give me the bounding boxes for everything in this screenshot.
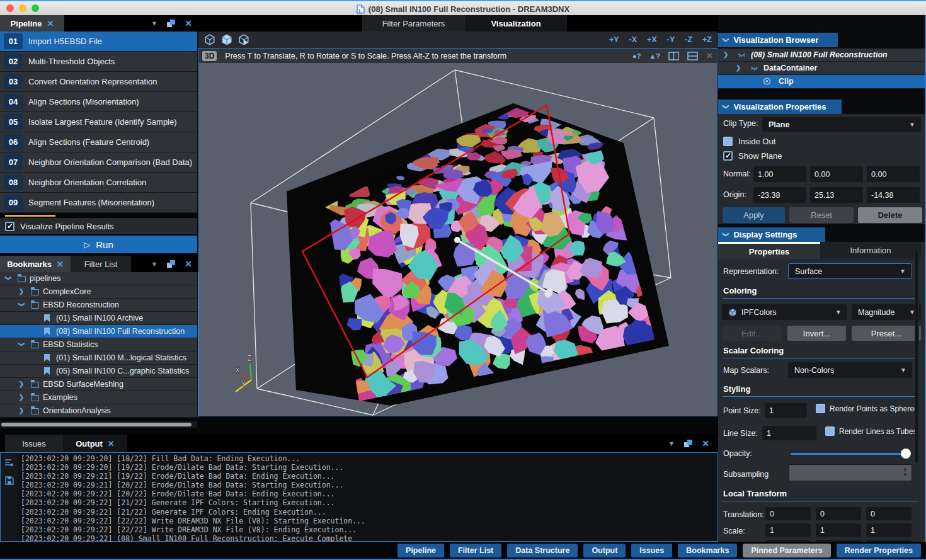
- translation-y-input[interactable]: 0: [816, 507, 861, 520]
- dock-toggle-filter-list[interactable]: Filter List: [450, 544, 501, 557]
- representation-dropdown[interactable]: Surface ▼: [788, 263, 912, 279]
- normal-y-input[interactable]: 0.00: [810, 166, 863, 182]
- split-horizontal-icon[interactable]: [687, 52, 698, 60]
- dock-toggle-pipeline[interactable]: Pipeline: [397, 544, 444, 557]
- clear-console-icon[interactable]: [4, 459, 14, 467]
- bookmark-tree-row[interactable]: (01) Small IN100 Archive: [0, 312, 197, 325]
- bookmark-tree-row[interactable]: ❯ComplexCore: [0, 285, 197, 299]
- cube-solid-icon[interactable]: [221, 34, 232, 45]
- close-icon[interactable]: ✕: [57, 260, 64, 269]
- tab-properties[interactable]: Properties: [718, 242, 820, 259]
- chevron-down-icon[interactable]: ▼: [151, 260, 157, 268]
- close-icon[interactable]: ✕: [185, 18, 192, 28]
- tab-filter-parameters[interactable]: Filter Parameters: [362, 15, 465, 31]
- bookmark-tree-row[interactable]: ❯EBSD Statistics: [0, 338, 197, 351]
- chevron-down-icon[interactable]: ▼: [668, 440, 675, 447]
- tab-issues[interactable]: Issues: [5, 435, 63, 452]
- eye-open-icon[interactable]: [762, 77, 772, 86]
- dock-toggle-output[interactable]: Output: [583, 544, 626, 557]
- visualization-browser-row[interactable]: ❯(08) Small IN100 Full Reconstruction: [718, 49, 925, 62]
- close-icon[interactable]: ✕: [702, 438, 709, 449]
- normal-z-input[interactable]: 0.00: [867, 166, 920, 182]
- hscrollbar-thumb[interactable]: [1, 423, 191, 426]
- chevron-down-icon[interactable]: ❯: [736, 64, 741, 71]
- bookmark-tree-row[interactable]: ❯Examples: [0, 391, 197, 404]
- save-log-icon[interactable]: [5, 476, 14, 485]
- bookmark-tree-row[interactable]: (01) Small IN100 M...logical Statistics: [0, 351, 197, 365]
- chevron-down-icon[interactable]: ❯: [18, 301, 25, 309]
- camera-plusx-button[interactable]: +X: [647, 35, 657, 44]
- run-button[interactable]: ▷ Run: [0, 236, 197, 253]
- tab-visualization[interactable]: Visualization: [465, 15, 567, 31]
- edit-colormap-button[interactable]: Edit...: [722, 326, 782, 341]
- origin-z-input[interactable]: -14.38: [867, 187, 920, 203]
- map-scalars-dropdown[interactable]: Non-Colors ▼: [788, 362, 912, 378]
- camera-minusz-button[interactable]: -Z: [685, 35, 692, 44]
- preset-colormap-button[interactable]: Preset...: [852, 326, 921, 341]
- subsampling-spinner[interactable]: ▲▼: [789, 464, 912, 481]
- pipeline-item[interactable]: 05Isolate Largest Feature (Identify Samp…: [0, 112, 197, 132]
- chevron-right-icon[interactable]: ❯: [18, 288, 25, 295]
- camera-minusx-button[interactable]: -X: [629, 35, 637, 44]
- display-settings-header[interactable]: ❯ Display Settings: [718, 227, 825, 242]
- dock-toggle-data-structure[interactable]: Data Structure: [507, 544, 578, 557]
- bookmark-tree-row[interactable]: (08) Small IN100 Full Reconstruction: [0, 325, 197, 338]
- dock-toggle-pinned-parameters[interactable]: Pinned Parameters: [743, 544, 830, 557]
- camera-plusz-button[interactable]: +Z: [702, 35, 712, 44]
- translation-x-input[interactable]: 0: [765, 507, 811, 520]
- point-size-input[interactable]: 1: [765, 403, 807, 418]
- dock-toggle-bookmarks[interactable]: Bookmarks: [678, 544, 737, 557]
- undock-icon[interactable]: [683, 439, 693, 448]
- chevron-right-icon[interactable]: ❯: [18, 407, 25, 414]
- pipeline-item[interactable]: 09Segment Features (Misorientation): [0, 193, 197, 213]
- bookmark-tree-row[interactable]: ❯EBSD Reconstruction: [0, 299, 197, 312]
- chevron-down-icon[interactable]: ▼: [151, 20, 157, 27]
- eye-closed-icon[interactable]: [750, 64, 759, 72]
- eye-closed-icon[interactable]: [737, 50, 746, 59]
- bookmark-tree-row[interactable]: ❯OrientationAnalysis: [0, 404, 197, 418]
- split-vertical-icon[interactable]: [668, 52, 679, 60]
- pipeline-item[interactable]: 08Neighbor Orientation Correlation: [0, 173, 197, 193]
- inside-out-checkbox[interactable]: [723, 137, 733, 146]
- component-dropdown[interactable]: Magnitude ▼: [852, 304, 921, 320]
- visualization-properties-header[interactable]: ❯ Visualization Properties: [718, 100, 842, 114]
- opacity-slider-thumb[interactable]: [901, 449, 911, 459]
- tab-output[interactable]: Output ✕: [63, 435, 127, 452]
- undock-icon[interactable]: [166, 260, 176, 268]
- tab-pipeline[interactable]: Pipeline ✕: [0, 15, 64, 31]
- scale-y-input[interactable]: 1: [816, 523, 861, 537]
- chevron-down-icon[interactable]: ❯: [5, 275, 12, 282]
- invert-colormap-button[interactable]: Invert...: [787, 326, 846, 341]
- reset-button[interactable]: Reset: [789, 207, 854, 223]
- visualization-browser-row[interactable]: Clip: [718, 75, 925, 89]
- chevron-down-icon[interactable]: ❯: [723, 51, 728, 58]
- chevron-right-icon[interactable]: ❯: [18, 394, 25, 401]
- chevron-down-icon[interactable]: ❯: [18, 341, 25, 348]
- show-plane-checkbox[interactable]: [723, 151, 733, 161]
- close-icon[interactable]: ✕: [108, 439, 115, 449]
- dock-toggle-issues[interactable]: Issues: [631, 544, 672, 557]
- pipeline-item[interactable]: 01Import H5EBSD File: [0, 31, 197, 52]
- viewport-canvas[interactable]: ZXY: [199, 63, 717, 416]
- origin-x-input[interactable]: -23.38: [753, 187, 806, 203]
- pipeline-item[interactable]: 02Multi-Threshold Objects: [0, 52, 197, 72]
- cell-query-icon[interactable]: ▲?: [649, 52, 660, 60]
- dock-toggle-render-properties[interactable]: Render Properties: [837, 544, 921, 557]
- apply-button[interactable]: Apply: [723, 207, 785, 223]
- cube-outline-icon[interactable]: [204, 34, 215, 45]
- point-query-icon[interactable]: ●?: [632, 52, 641, 60]
- camera-minusy-button[interactable]: -Y: [667, 35, 675, 44]
- tab-information[interactable]: Information: [820, 242, 921, 259]
- pipeline-item[interactable]: 06Align Sections (Feature Centroid): [0, 132, 197, 152]
- visualization-browser-row[interactable]: ❯DataContainer: [718, 62, 925, 75]
- camera-plusy-button[interactable]: +Y: [609, 35, 619, 44]
- translation-z-input[interactable]: 0: [866, 507, 912, 520]
- pipeline-item[interactable]: 03Convert Orientation Representation: [0, 72, 197, 92]
- delete-button[interactable]: Delete: [858, 207, 922, 223]
- close-icon[interactable]: ✕: [185, 259, 192, 269]
- normal-x-input[interactable]: 1.00: [753, 166, 806, 182]
- tab-bookmarks[interactable]: Bookmarks ✕: [0, 256, 71, 272]
- bookmark-tree-row[interactable]: (05) Small IN100 C...graphic Statistics: [0, 365, 197, 378]
- close-view-icon[interactable]: ✕: [706, 51, 713, 60]
- scale-z-input[interactable]: 1: [866, 523, 912, 537]
